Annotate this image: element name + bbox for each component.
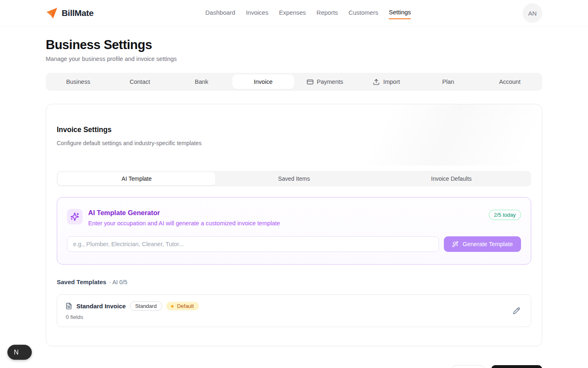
- default-badge: ★ Default: [166, 302, 199, 310]
- template-type-badge: Standard: [130, 301, 162, 311]
- tab-label: Import: [383, 79, 400, 85]
- top-nav: BillMate Dashboard Invoices Expenses Rep…: [0, 0, 588, 26]
- sparkles-icon: [67, 209, 82, 224]
- template-field-count: 0 fields: [66, 314, 199, 320]
- generator-title: AI Template Generator: [88, 209, 483, 217]
- star-icon: ★: [170, 304, 175, 309]
- tab-label: Plan: [442, 79, 454, 85]
- brand[interactable]: BillMate: [46, 7, 94, 19]
- generate-template-button[interactable]: Generate Template: [444, 236, 521, 252]
- generate-template-label: Generate Template: [463, 241, 513, 247]
- tab-label: Invoice: [254, 79, 273, 85]
- avatar[interactable]: AN: [523, 3, 542, 23]
- tab-label: Business: [66, 79, 90, 85]
- saved-templates-ai-count: · AI 0/5: [109, 279, 127, 285]
- nav-settings[interactable]: Settings: [389, 7, 411, 19]
- ai-template-generator-panel: AI Template Generator Enter your occupat…: [57, 197, 531, 265]
- default-badge-label: Default: [177, 303, 194, 309]
- page-subtitle: Manage your business profile and invoice…: [46, 56, 542, 62]
- tab-label: Payments: [317, 79, 343, 85]
- nav-dashboard[interactable]: Dashboard: [205, 7, 235, 19]
- template-name: Standard Invoice: [76, 303, 126, 310]
- tab-account[interactable]: Account: [479, 74, 541, 89]
- saved-templates-heading: Saved Templates: [57, 278, 106, 285]
- nav-expenses[interactable]: Expenses: [279, 7, 306, 19]
- template-row[interactable]: Standard Invoice Standard ★ Default 0 fi…: [57, 294, 531, 327]
- tab-label: Account: [499, 79, 520, 85]
- card-title: Invoice Settings: [57, 126, 531, 134]
- file-text-icon: [65, 303, 72, 310]
- secondary-button-partial[interactable]: [452, 365, 484, 368]
- usage-badge: 2/5 today: [489, 210, 521, 220]
- upload-icon: [373, 79, 380, 85]
- edit-template-button[interactable]: [510, 305, 523, 317]
- footer-actions: [452, 365, 542, 368]
- wand-icon: [452, 241, 459, 247]
- subtab-ai-template[interactable]: AI Template: [58, 172, 215, 185]
- subtab-saved-items[interactable]: Saved Items: [215, 172, 372, 185]
- tab-payments[interactable]: Payments: [294, 74, 356, 89]
- tab-invoice[interactable]: Invoice: [232, 74, 294, 89]
- card-icon: [307, 79, 314, 85]
- subtab-invoice-defaults[interactable]: Invoice Defaults: [373, 172, 530, 185]
- tab-business[interactable]: Business: [47, 74, 109, 89]
- tab-label: Bank: [195, 79, 208, 85]
- nav-customers[interactable]: Customers: [349, 7, 379, 19]
- page-title: Business Settings: [46, 38, 542, 52]
- pencil-icon: [513, 307, 520, 314]
- invoice-settings-card: Invoice Settings Configure default setti…: [46, 104, 542, 346]
- occupation-input[interactable]: [67, 236, 439, 252]
- nav-invoices[interactable]: Invoices: [246, 7, 268, 19]
- tab-label: Contact: [130, 79, 150, 85]
- dev-indicator-label: N: [14, 349, 19, 356]
- card-subtitle: Configure default settings and industry-…: [57, 140, 531, 146]
- invoice-subtabs: AI Template Saved Items Invoice Defaults: [57, 171, 531, 186]
- nav-reports[interactable]: Reports: [316, 7, 338, 19]
- tab-import[interactable]: Import: [356, 74, 417, 89]
- generator-subtitle: Enter your occupation and AI will genera…: [88, 220, 483, 227]
- main-nav: Dashboard Invoices Expenses Reports Cust…: [205, 7, 411, 19]
- settings-tabs: Business Contact Bank Invoice Payments I…: [46, 73, 542, 91]
- dev-indicator[interactable]: N: [7, 345, 32, 360]
- tab-contact[interactable]: Contact: [109, 74, 171, 89]
- brand-name: BillMate: [62, 8, 94, 18]
- primary-button-partial[interactable]: [491, 365, 542, 368]
- tab-plan[interactable]: Plan: [417, 74, 479, 89]
- brand-logo-icon: [46, 7, 58, 19]
- tab-bank[interactable]: Bank: [171, 74, 232, 89]
